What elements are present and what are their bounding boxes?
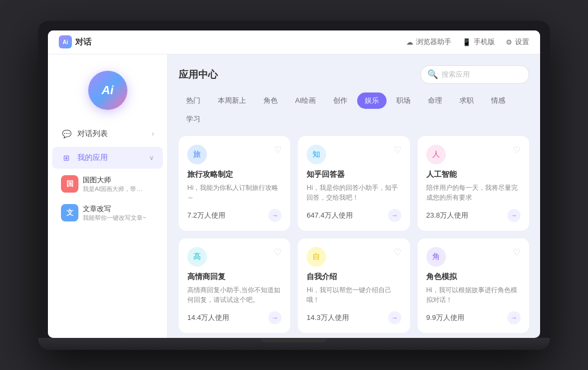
card-users-count: 7.2万人使用 [187, 211, 225, 220]
tab-emotion[interactable]: 情感 [483, 92, 513, 109]
search-icon: 🔍 [427, 69, 438, 79]
sidebar-ai-logo: Ai [88, 71, 127, 110]
sidebar-apps-label: 我的应用 [77, 153, 144, 163]
top-bar: Ai 对话 ☁ 浏览器助手 📱 手机版 ⚙ 设置 [48, 30, 540, 54]
tab-fortune[interactable]: 命理 [420, 92, 450, 109]
guotu-app-name: 国图大师 [83, 175, 154, 185]
card-top: 人 ♡ [426, 145, 520, 164]
card-footer: 647.4万人使用 → [307, 209, 401, 222]
card-category-badge: 旅 [187, 145, 207, 164]
card-top: 旅 ♡ [187, 145, 281, 164]
chevron-down-icon: ∨ [149, 154, 154, 162]
card-title: 自我介绍 [307, 272, 401, 282]
card-desc: Hi，我是你的回答小助手，知乎回答，交给我吧！ [307, 183, 401, 202]
card-category-badge: 高 [187, 247, 207, 267]
tab-create[interactable]: 创作 [326, 92, 355, 109]
tab-new[interactable]: 本周新上 [210, 92, 254, 109]
card-arrow-icon[interactable]: → [388, 311, 401, 324]
heart-icon[interactable]: ♡ [274, 247, 281, 257]
heart-icon[interactable]: ♡ [394, 145, 401, 155]
tab-role[interactable]: 角色 [256, 92, 285, 109]
content-area: 应用中心 🔍 搜索应用 热门 本周新上 角色 AI绘画 创作 娱乐 [168, 54, 540, 338]
app-card-ai-robot[interactable]: 人 ♡ 人工智能 陪伴用户的每一天，我将尽量完成您的所有要求 23.8万人使用 … [418, 136, 529, 231]
card-users-count: 647.4万人使用 [307, 211, 353, 220]
card-footer: 7.2万人使用 → [187, 209, 281, 222]
card-desc: Hi，我能为你私人订制旅行攻略～ [187, 183, 281, 202]
sidebar-app-wenzhan[interactable]: 文 文章改写 我能帮你一键改写文章~ [52, 200, 163, 226]
wenzhan-app-info: 文章改写 我能帮你一键改写文章~ [83, 204, 154, 222]
app-card-emotion-reply[interactable]: 高 ♡ 高情商回复 高情商回复小助手,当你不知道如何回复，请试试这个吧。 14.… [179, 238, 290, 333]
sidebar: Ai 💬 对话列表 › ⊞ 我的应用 ∨ [48, 54, 168, 338]
card-title: 知乎回答器 [307, 170, 401, 180]
card-arrow-icon[interactable]: → [507, 311, 520, 324]
tab-entertainment[interactable]: 娱乐 [357, 92, 387, 109]
app-card-zhihu[interactable]: 知 ♡ 知乎回答器 Hi，我是你的回答小助手，知乎回答，交给我吧！ 647.4万… [298, 136, 409, 231]
sidebar-item-my-apps[interactable]: ⊞ 我的应用 ∨ [52, 147, 163, 169]
content-title: 应用中心 [179, 68, 218, 81]
sidebar-app-guotu[interactable]: 国 国图大师 我是AI国画大师，带你跨时代体... [52, 171, 163, 198]
card-arrow-icon[interactable]: → [507, 209, 520, 222]
card-users-count: 9.9万人使用 [426, 313, 464, 323]
app-title: 对话 [75, 37, 91, 47]
card-desc: Hi，我可以帮您一键介绍自己哦！ [307, 285, 401, 305]
card-top: 角 ♡ [426, 247, 520, 267]
wenzhan-app-desc: 我能帮你一键改写文章~ [83, 214, 148, 222]
app-card-travel[interactable]: 旅 ♡ 旅行攻略制定 Hi，我能为你私人订制旅行攻略～ 7.2万人使用 → [179, 136, 290, 231]
settings-button[interactable]: ⚙ 设置 [506, 37, 529, 47]
tab-workplace[interactable]: 职场 [389, 92, 418, 109]
heart-icon[interactable]: ♡ [394, 247, 401, 257]
app-logo: Ai 对话 [59, 35, 91, 48]
app-card-self-intro[interactable]: 自 ♡ 自我介绍 Hi，我可以帮您一键介绍自己哦！ 14.3万人使用 → [298, 238, 409, 333]
tab-hot[interactable]: 热门 [179, 92, 208, 109]
card-arrow-icon[interactable]: → [388, 209, 401, 222]
tab-ai-paint[interactable]: AI绘画 [287, 92, 323, 109]
card-category-badge: 人 [426, 145, 446, 164]
category-tabs: 热门 本周新上 角色 AI绘画 创作 娱乐 职场 命理 求职 情感 学习 [179, 92, 529, 127]
mobile-version-label: 手机版 [474, 37, 495, 47]
mobile-version-button[interactable]: 📱 手机版 [462, 37, 495, 47]
cloud-icon: ☁ [406, 38, 413, 46]
heart-icon[interactable]: ♡ [513, 247, 520, 257]
card-users-count: 23.8万人使用 [426, 211, 468, 220]
tab-study[interactable]: 学习 [179, 111, 208, 127]
app-window: Ai 对话 ☁ 浏览器助手 📱 手机版 ⚙ 设置 [48, 30, 540, 338]
browser-assistant-label: 浏览器助手 [416, 37, 451, 47]
main-content: Ai 💬 对话列表 › ⊞ 我的应用 ∨ [48, 54, 540, 338]
tab-job[interactable]: 求职 [452, 92, 481, 109]
card-users-count: 14.3万人使用 [307, 313, 348, 323]
laptop-base [38, 338, 550, 350]
app-card-role-play[interactable]: 角 ♡ 角色模拟 Hi，我可以根据故事进行角色模拟对话！ 9.9万人使用 → [418, 238, 529, 333]
sidebar-item-chat-list[interactable]: 💬 对话列表 › [52, 123, 163, 145]
browser-assistant-button[interactable]: ☁ 浏览器助手 [406, 37, 451, 47]
card-top: 自 ♡ [307, 247, 401, 267]
card-desc: Hi，我可以根据故事进行角色模拟对话！ [426, 285, 520, 305]
app-cards-grid: 旅 ♡ 旅行攻略制定 Hi，我能为你私人订制旅行攻略～ 7.2万人使用 → 知 … [179, 136, 529, 338]
sidebar-logo-container: Ai [48, 65, 167, 121]
mobile-icon: 📱 [462, 38, 471, 46]
laptop-frame: Ai 对话 ☁ 浏览器助手 📱 手机版 ⚙ 设置 [38, 21, 550, 350]
card-title: 人工智能 [426, 170, 520, 180]
card-category-badge: 知 [307, 145, 326, 164]
card-desc: 高情商回复小助手,当你不知道如何回复，请试试这个吧。 [187, 285, 281, 305]
card-category-badge: 自 [307, 247, 326, 267]
card-footer: 14.3万人使用 → [307, 311, 401, 324]
heart-icon[interactable]: ♡ [513, 145, 520, 155]
sidebar-chat-label: 对话列表 [77, 129, 146, 139]
content-header: 应用中心 🔍 搜索应用 [179, 65, 529, 84]
laptop-screen: Ai 对话 ☁ 浏览器助手 📱 手机版 ⚙ 设置 [48, 30, 540, 338]
chevron-right-icon: › [152, 130, 154, 138]
card-category-badge: 角 [426, 247, 446, 267]
search-box[interactable]: 🔍 搜索应用 [420, 65, 529, 84]
card-footer: 9.9万人使用 → [426, 311, 520, 324]
heart-icon[interactable]: ♡ [274, 145, 281, 155]
card-arrow-icon[interactable]: → [268, 209, 281, 222]
card-title: 旅行攻略制定 [187, 170, 281, 180]
search-placeholder: 搜索应用 [442, 70, 470, 79]
guotu-app-icon: 国 [61, 175, 78, 193]
card-arrow-icon[interactable]: → [268, 311, 281, 324]
card-users-count: 14.4万人使用 [187, 313, 229, 323]
guotu-app-info: 国图大师 我是AI国画大师，带你跨时代体... [83, 175, 154, 193]
card-footer: 23.8万人使用 → [426, 209, 520, 222]
card-desc: 陪伴用户的每一天，我将尽量完成您的所有要求 [426, 183, 520, 202]
top-bar-actions: ☁ 浏览器助手 📱 手机版 ⚙ 设置 [406, 37, 529, 47]
